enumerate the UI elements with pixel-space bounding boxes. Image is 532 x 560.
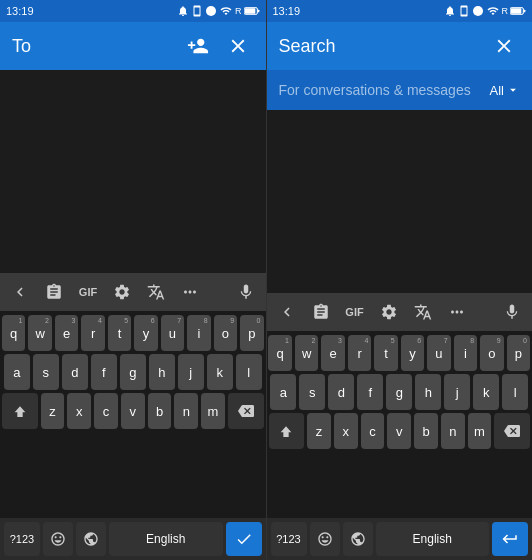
right-key-v[interactable]: v bbox=[387, 413, 411, 449]
left-globe-key[interactable] bbox=[76, 522, 106, 556]
right-key-b[interactable]: b bbox=[414, 413, 438, 449]
key-q[interactable]: q1 bbox=[2, 315, 25, 351]
right-key-q[interactable]: q1 bbox=[268, 335, 291, 371]
right-key-h[interactable]: h bbox=[415, 374, 441, 410]
left-checkmark-key[interactable] bbox=[226, 522, 262, 556]
left-emoji-key[interactable] bbox=[43, 522, 73, 556]
key-e[interactable]: e3 bbox=[55, 315, 78, 351]
right-kb-settings-button[interactable] bbox=[373, 296, 405, 328]
svg-point-4 bbox=[473, 6, 483, 16]
kb-more-button[interactable] bbox=[174, 276, 206, 308]
right-key-t[interactable]: t5 bbox=[374, 335, 397, 371]
screenshot-icon bbox=[191, 5, 203, 17]
key-v[interactable]: v bbox=[121, 393, 145, 429]
left-close-button[interactable] bbox=[222, 30, 254, 62]
left-status-bar: 13:19 R bbox=[0, 0, 266, 22]
kb-mic-button[interactable] bbox=[230, 276, 262, 308]
left-language-key[interactable]: English bbox=[109, 522, 223, 556]
key-z[interactable]: z bbox=[41, 393, 65, 429]
right-key-f[interactable]: f bbox=[357, 374, 383, 410]
key-u[interactable]: u7 bbox=[161, 315, 184, 351]
key-x[interactable]: x bbox=[67, 393, 91, 429]
right-enter-key[interactable] bbox=[492, 522, 528, 556]
key-a[interactable]: a bbox=[4, 354, 30, 390]
right-key-x[interactable]: x bbox=[334, 413, 358, 449]
right-key-p[interactable]: p0 bbox=[507, 335, 530, 371]
left-content bbox=[0, 70, 266, 273]
kb-gif-button[interactable]: GIF bbox=[72, 276, 104, 308]
key-h[interactable]: h bbox=[149, 354, 175, 390]
right-notification-icon bbox=[444, 5, 456, 17]
add-contact-button[interactable] bbox=[182, 30, 214, 62]
right-key-d[interactable]: d bbox=[328, 374, 354, 410]
left-kb-toolbar: GIF bbox=[0, 273, 266, 311]
right-key-w[interactable]: w2 bbox=[295, 335, 318, 371]
key-j[interactable]: j bbox=[178, 354, 204, 390]
right-key-m[interactable]: m bbox=[468, 413, 492, 449]
key-t[interactable]: t5 bbox=[108, 315, 131, 351]
key-o[interactable]: o9 bbox=[214, 315, 237, 351]
key-r[interactable]: r4 bbox=[81, 315, 104, 351]
right-key-y[interactable]: y6 bbox=[401, 335, 424, 371]
right-kb-translate-button[interactable] bbox=[407, 296, 439, 328]
right-key-j[interactable]: j bbox=[444, 374, 470, 410]
svg-rect-2 bbox=[257, 10, 259, 13]
right-kb-more-button[interactable] bbox=[441, 296, 473, 328]
right-content bbox=[267, 110, 533, 293]
kb-clipboard-button[interactable] bbox=[38, 276, 70, 308]
key-y[interactable]: y6 bbox=[134, 315, 157, 351]
right-key-k[interactable]: k bbox=[473, 374, 499, 410]
left-shift-key[interactable] bbox=[2, 393, 38, 429]
kb-back-button[interactable] bbox=[4, 276, 36, 308]
right-shift-key[interactable] bbox=[269, 413, 305, 449]
key-k[interactable]: k bbox=[207, 354, 233, 390]
key-w[interactable]: w2 bbox=[28, 315, 51, 351]
right-key-i[interactable]: i8 bbox=[454, 335, 477, 371]
right-kb-mic-button[interactable] bbox=[496, 296, 528, 328]
right-key-l[interactable]: l bbox=[502, 374, 528, 410]
right-key-e[interactable]: e3 bbox=[321, 335, 344, 371]
kb-settings-button[interactable] bbox=[106, 276, 138, 308]
right-key-z[interactable]: z bbox=[307, 413, 331, 449]
right-key-r[interactable]: r4 bbox=[348, 335, 371, 371]
search-filter-dropdown[interactable]: All bbox=[490, 83, 520, 98]
right-circle-icon bbox=[472, 5, 484, 17]
left-sym-key[interactable]: ?123 bbox=[4, 522, 40, 556]
right-backspace-key[interactable] bbox=[494, 413, 530, 449]
right-kb-clipboard-button[interactable] bbox=[305, 296, 337, 328]
left-key-row-1: q1 w2 e3 r4 t5 y6 u7 i8 o9 p0 bbox=[2, 315, 264, 351]
right-key-u[interactable]: u7 bbox=[427, 335, 450, 371]
right-key-c[interactable]: c bbox=[361, 413, 385, 449]
right-key-g[interactable]: g bbox=[386, 374, 412, 410]
right-globe-key[interactable] bbox=[343, 522, 373, 556]
search-filter-label: All bbox=[490, 83, 504, 98]
right-key-a[interactable]: a bbox=[270, 374, 296, 410]
key-d[interactable]: d bbox=[62, 354, 88, 390]
left-key-row-3: z x c v b n m bbox=[2, 393, 264, 429]
kb-translate-button[interactable] bbox=[140, 276, 172, 308]
right-key-s[interactable]: s bbox=[299, 374, 325, 410]
key-s[interactable]: s bbox=[33, 354, 59, 390]
right-kb-toolbar: GIF bbox=[267, 293, 533, 331]
right-sym-key[interactable]: ?123 bbox=[271, 522, 307, 556]
right-key-n[interactable]: n bbox=[441, 413, 465, 449]
right-status-bar: 13:19 R bbox=[267, 0, 533, 22]
search-input-area[interactable]: For conversations & messages All bbox=[267, 70, 533, 110]
right-kb-gif-button[interactable]: GIF bbox=[339, 296, 371, 328]
left-backspace-key[interactable] bbox=[228, 393, 264, 429]
key-l[interactable]: l bbox=[236, 354, 262, 390]
key-i[interactable]: i8 bbox=[187, 315, 210, 351]
key-p[interactable]: p0 bbox=[240, 315, 263, 351]
left-app-bar: To bbox=[0, 22, 266, 70]
key-b[interactable]: b bbox=[148, 393, 172, 429]
right-key-o[interactable]: o9 bbox=[480, 335, 503, 371]
key-m[interactable]: m bbox=[201, 393, 225, 429]
right-kb-back-button[interactable] bbox=[271, 296, 303, 328]
key-f[interactable]: f bbox=[91, 354, 117, 390]
key-g[interactable]: g bbox=[120, 354, 146, 390]
right-emoji-key[interactable] bbox=[310, 522, 340, 556]
key-n[interactable]: n bbox=[174, 393, 198, 429]
search-close-button[interactable] bbox=[488, 30, 520, 62]
key-c[interactable]: c bbox=[94, 393, 118, 429]
right-language-key[interactable]: English bbox=[376, 522, 490, 556]
